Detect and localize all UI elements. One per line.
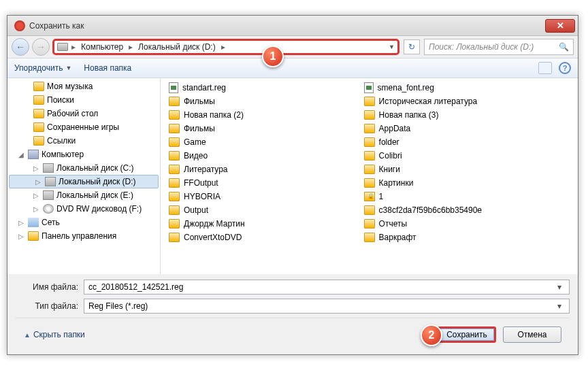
drive-icon [43,163,54,173]
file-item[interactable]: HYBORIA [169,190,364,203]
computer-icon [28,150,39,159]
expand-icon[interactable]: ▷ [33,165,40,172]
tree-item[interactable]: ▷Локальный диск (C:) [7,161,160,175]
file-item[interactable]: Джордж Мартин [169,217,364,231]
breadcrumb-root[interactable]: Компьютер [79,41,125,53]
footer: Имя файла: cc_20180512_142521.reg▾ Тип ф… [7,274,578,351]
tree-item-computer[interactable]: ◢Компьютер [7,148,160,161]
file-label: c38cf2da7f59b6c6bb35490e [379,205,482,215]
expand-icon[interactable]: ▷ [35,178,42,186]
folder-icon [33,122,44,132]
tree-item-controlpanel[interactable]: ▷Панель управления [7,229,160,243]
file-label: Литература [184,165,228,174]
address-bar[interactable]: ▸ Компьютер ▸ Локальный диск (D:) ▸ ▼ [52,39,399,55]
breadcrumb-sep-icon: ▸ [127,42,135,52]
folder-icon [364,110,375,120]
file-list[interactable]: standart.regФильмыНовая папка (2)ФильмыG… [161,78,578,274]
address-dropdown-icon[interactable]: ▼ [389,44,395,50]
hide-folders-link[interactable]: ▲Скрыть папки [24,330,85,339]
file-item[interactable]: smena_font.reg [364,81,559,95]
file-item[interactable]: Game [169,135,364,149]
file-label: 1 [379,192,384,201]
folder-icon [169,205,180,215]
window-title: Сохранить как [29,21,545,31]
nav-row: ← → ▸ Компьютер ▸ Локальный диск (D:) ▸ … [7,36,578,58]
folder-icon [169,192,180,201]
tree-item[interactable]: ▷DVD RW дисковод (F:) [7,202,160,216]
breadcrumb-drive[interactable]: Локальный диск (D:) [136,41,218,53]
refresh-button[interactable]: ↻ [404,39,420,54]
tree-item[interactable]: Сохраненные игры [7,120,160,134]
titlebar: Сохранить как ✕ [7,16,578,36]
tree-item[interactable]: Ссылки [7,134,160,148]
file-item[interactable]: 1 [364,190,559,203]
file-item[interactable]: Историческая литература [364,95,559,108]
file-item[interactable]: Фильмы [169,95,364,108]
file-item[interactable]: Отчеты [364,217,559,231]
organize-menu[interactable]: Упорядочить▼ [14,63,71,73]
file-label: Новая папка (2) [184,110,244,120]
folder-icon [33,109,44,118]
folder-icon [169,219,180,229]
file-label: Книги [379,165,400,174]
locked-folder-icon [364,192,375,201]
folder-tree[interactable]: Моя музыка Поиски Рабочий стол Сохраненн… [7,78,161,274]
dropdown-icon[interactable]: ▾ [554,282,565,292]
view-mode-button[interactable] [538,62,552,74]
help-button[interactable]: ? [559,62,571,74]
forward-button[interactable]: → [32,38,50,56]
back-button[interactable]: ← [12,38,29,56]
file-item[interactable]: Варкрафт [364,231,559,244]
file-item[interactable]: Видео [169,149,364,163]
tree-item[interactable]: Рабочий стол [7,107,160,120]
body-area: Моя музыка Поиски Рабочий стол Сохраненн… [7,78,578,274]
expand-icon[interactable]: ▷ [18,233,25,240]
drive-icon [45,177,56,186]
file-item[interactable]: AppData [364,122,559,135]
collapse-icon[interactable]: ◢ [18,151,25,158]
tree-item[interactable]: ▷Локальный диск (E:) [7,188,160,202]
expand-icon[interactable]: ▷ [33,205,40,213]
file-item[interactable]: FFOutput [169,176,364,190]
expand-icon[interactable]: ▷ [33,192,40,199]
file-label: Отчеты [379,219,407,229]
file-item[interactable]: standart.reg [169,81,364,95]
folder-icon [364,124,375,133]
expand-icon[interactable]: ▷ [18,219,25,226]
reg-file-icon [364,82,374,93]
file-label: Game [184,137,206,147]
file-item[interactable]: Литература [169,163,364,176]
file-item[interactable]: c38cf2da7f59b6c6bb35490e [364,203,559,217]
file-item[interactable]: ConvertXtoDVD [169,231,364,244]
file-item[interactable]: Картинки [364,176,559,190]
file-item[interactable]: Output [169,203,364,217]
folder-icon [33,82,44,91]
filename-input[interactable]: cc_20180512_142521.reg▾ [84,280,570,295]
close-button[interactable]: ✕ [545,19,575,33]
new-folder-button[interactable]: Новая папка [84,63,131,73]
file-label: Output [184,205,208,215]
file-item[interactable]: Книги [364,163,559,176]
file-item[interactable]: Colibri [364,149,559,163]
file-label: Джордж Мартин [184,219,245,229]
refresh-icon: ↻ [408,42,415,52]
reg-file-icon [169,82,178,93]
tree-item[interactable]: Поиски [7,93,160,107]
tree-item-network[interactable]: ▷Сеть [7,216,160,229]
folder-icon [364,97,375,106]
file-item[interactable]: Фильмы [169,122,364,135]
file-item[interactable]: folder [364,135,559,149]
tree-item[interactable]: Моя музыка [7,80,160,93]
folder-icon [364,137,375,147]
dropdown-icon[interactable]: ▾ [554,301,565,311]
search-input[interactable]: Поиск: Локальный диск (D:) 🔍 [424,39,574,55]
filetype-select[interactable]: Reg Files (*.reg)▾ [84,299,570,314]
file-item[interactable]: Новая папка (3) [364,108,559,122]
file-item[interactable]: Новая папка (2) [169,108,364,122]
cancel-button[interactable]: Отмена [503,326,561,343]
folder-icon [364,233,375,242]
folder-icon [169,97,180,106]
folder-icon [364,151,375,161]
tree-item-selected[interactable]: ▷Локальный диск (D:) [9,175,159,188]
save-button[interactable]: Сохранить [438,326,496,343]
